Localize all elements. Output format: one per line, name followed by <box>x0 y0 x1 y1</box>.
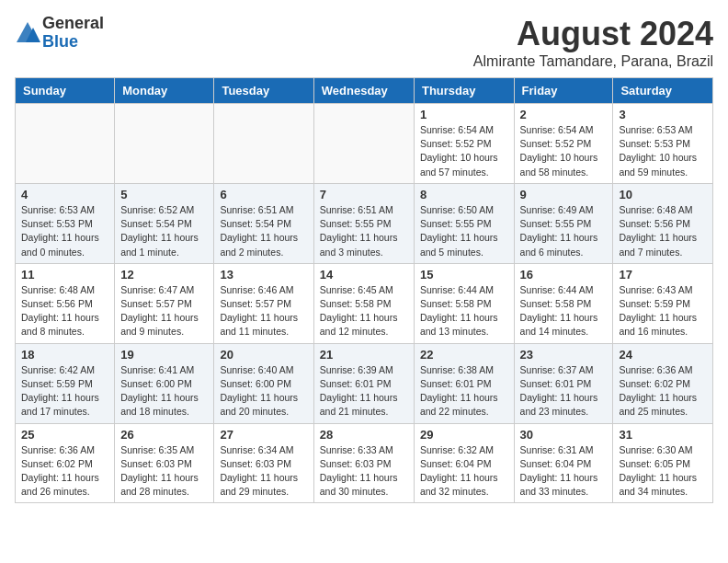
calendar-day <box>115 104 214 184</box>
calendar-day: 18Sunrise: 6:42 AMSunset: 5:59 PMDayligh… <box>16 343 115 423</box>
day-info: Sunrise: 6:46 AMSunset: 5:57 PMDaylight:… <box>220 283 307 339</box>
calendar-day <box>16 104 115 184</box>
calendar-day: 29Sunrise: 6:32 AMSunset: 6:04 PMDayligh… <box>414 423 514 503</box>
day-info: Sunrise: 6:47 AMSunset: 5:57 PMDaylight:… <box>120 283 208 339</box>
day-info: Sunrise: 6:36 AMSunset: 6:02 PMDaylight:… <box>21 443 108 500</box>
calendar-day: 8Sunrise: 6:50 AMSunset: 5:55 PMDaylight… <box>414 183 514 263</box>
day-number: 14 <box>320 268 408 282</box>
day-info: Sunrise: 6:51 AMSunset: 5:55 PMDaylight:… <box>320 203 408 259</box>
day-number: 6 <box>220 188 307 201</box>
calendar-day: 26Sunrise: 6:35 AMSunset: 6:03 PMDayligh… <box>115 423 214 503</box>
day-info: Sunrise: 6:37 AMSunset: 6:01 PMDaylight:… <box>520 363 608 419</box>
day-number: 23 <box>520 348 608 362</box>
day-info: Sunrise: 6:31 AMSunset: 6:04 PMDaylight:… <box>520 443 608 500</box>
day-header-thursday: Thursday <box>414 78 514 104</box>
day-info: Sunrise: 6:30 AMSunset: 6:05 PMDaylight:… <box>619 443 707 500</box>
day-number: 4 <box>21 188 108 201</box>
day-number: 27 <box>220 428 307 442</box>
day-number: 29 <box>420 428 508 442</box>
calendar-day: 23Sunrise: 6:37 AMSunset: 6:01 PMDayligh… <box>514 343 613 423</box>
day-info: Sunrise: 6:39 AMSunset: 6:01 PMDaylight:… <box>320 363 408 419</box>
calendar-header: SundayMondayTuesdayWednesdayThursdayFrid… <box>16 78 713 104</box>
day-info: Sunrise: 6:32 AMSunset: 6:04 PMDaylight:… <box>420 443 508 500</box>
day-number: 8 <box>420 188 508 201</box>
calendar-day: 14Sunrise: 6:45 AMSunset: 5:58 PMDayligh… <box>313 263 414 343</box>
logo: General Blue <box>15 15 104 52</box>
day-info: Sunrise: 6:51 AMSunset: 5:54 PMDaylight:… <box>220 203 307 259</box>
calendar-day: 21Sunrise: 6:39 AMSunset: 6:01 PMDayligh… <box>313 343 414 423</box>
calendar-day: 17Sunrise: 6:43 AMSunset: 5:59 PMDayligh… <box>613 263 713 343</box>
calendar-body: 1Sunrise: 6:54 AMSunset: 5:52 PMDaylight… <box>16 104 713 503</box>
day-header-wednesday: Wednesday <box>313 78 414 104</box>
day-info: Sunrise: 6:34 AMSunset: 6:03 PMDaylight:… <box>220 443 307 500</box>
day-info: Sunrise: 6:48 AMSunset: 5:56 PMDaylight:… <box>21 283 108 339</box>
day-number: 31 <box>619 428 707 442</box>
day-info: Sunrise: 6:38 AMSunset: 6:01 PMDaylight:… <box>420 363 508 419</box>
day-info: Sunrise: 6:54 AMSunset: 5:52 PMDaylight:… <box>520 123 608 179</box>
calendar-day: 13Sunrise: 6:46 AMSunset: 5:57 PMDayligh… <box>214 263 313 343</box>
logo-general-text: General <box>42 15 104 33</box>
day-number: 25 <box>21 428 108 442</box>
calendar-table: SundayMondayTuesdayWednesdayThursdayFrid… <box>15 77 713 503</box>
day-number: 26 <box>120 428 208 442</box>
day-info: Sunrise: 6:45 AMSunset: 5:58 PMDaylight:… <box>320 283 408 339</box>
day-info: Sunrise: 6:52 AMSunset: 5:54 PMDaylight:… <box>120 203 208 259</box>
day-number: 11 <box>21 268 108 282</box>
day-info: Sunrise: 6:53 AMSunset: 5:53 PMDaylight:… <box>619 123 707 179</box>
day-number: 16 <box>520 268 608 282</box>
day-info: Sunrise: 6:43 AMSunset: 5:59 PMDaylight:… <box>619 283 707 339</box>
calendar-day: 4Sunrise: 6:53 AMSunset: 5:53 PMDaylight… <box>16 183 115 263</box>
day-info: Sunrise: 6:48 AMSunset: 5:56 PMDaylight:… <box>619 203 707 259</box>
day-number: 20 <box>220 348 307 362</box>
day-number: 3 <box>619 108 707 121</box>
calendar-day: 5Sunrise: 6:52 AMSunset: 5:54 PMDaylight… <box>115 183 214 263</box>
page-header: General Blue August 2024 Almirante Taman… <box>15 15 713 70</box>
day-info: Sunrise: 6:41 AMSunset: 6:00 PMDaylight:… <box>120 363 208 419</box>
day-info: Sunrise: 6:50 AMSunset: 5:55 PMDaylight:… <box>420 203 508 259</box>
day-number: 17 <box>619 268 707 282</box>
day-info: Sunrise: 6:33 AMSunset: 6:03 PMDaylight:… <box>320 443 408 500</box>
calendar-day: 11Sunrise: 6:48 AMSunset: 5:56 PMDayligh… <box>16 263 115 343</box>
header-row: SundayMondayTuesdayWednesdayThursdayFrid… <box>16 78 713 104</box>
calendar-day: 16Sunrise: 6:44 AMSunset: 5:58 PMDayligh… <box>514 263 613 343</box>
calendar-day: 20Sunrise: 6:40 AMSunset: 6:00 PMDayligh… <box>214 343 313 423</box>
calendar-day: 7Sunrise: 6:51 AMSunset: 5:55 PMDaylight… <box>313 183 414 263</box>
logo-blue-text: Blue <box>42 33 104 52</box>
day-header-monday: Monday <box>115 78 214 104</box>
calendar-day: 9Sunrise: 6:49 AMSunset: 5:55 PMDaylight… <box>514 183 613 263</box>
day-number: 7 <box>320 188 408 201</box>
month-title: August 2024 <box>473 15 713 53</box>
calendar-day: 31Sunrise: 6:30 AMSunset: 6:05 PMDayligh… <box>613 423 713 503</box>
calendar-week-row: 18Sunrise: 6:42 AMSunset: 5:59 PMDayligh… <box>16 343 713 423</box>
calendar-week-row: 1Sunrise: 6:54 AMSunset: 5:52 PMDaylight… <box>16 104 713 184</box>
calendar-day: 27Sunrise: 6:34 AMSunset: 6:03 PMDayligh… <box>214 423 313 503</box>
day-info: Sunrise: 6:53 AMSunset: 5:53 PMDaylight:… <box>21 203 108 259</box>
calendar-day: 22Sunrise: 6:38 AMSunset: 6:01 PMDayligh… <box>414 343 514 423</box>
calendar-day: 25Sunrise: 6:36 AMSunset: 6:02 PMDayligh… <box>16 423 115 503</box>
day-number: 2 <box>520 108 608 121</box>
day-number: 13 <box>220 268 307 282</box>
day-number: 1 <box>420 108 508 121</box>
calendar-day: 1Sunrise: 6:54 AMSunset: 5:52 PMDaylight… <box>414 104 514 184</box>
logo-icon <box>15 20 40 46</box>
day-header-saturday: Saturday <box>613 78 713 104</box>
calendar-day: 10Sunrise: 6:48 AMSunset: 5:56 PMDayligh… <box>613 183 713 263</box>
day-header-tuesday: Tuesday <box>214 78 313 104</box>
day-info: Sunrise: 6:36 AMSunset: 6:02 PMDaylight:… <box>619 363 707 419</box>
calendar-day: 28Sunrise: 6:33 AMSunset: 6:03 PMDayligh… <box>313 423 414 503</box>
day-info: Sunrise: 6:40 AMSunset: 6:00 PMDaylight:… <box>220 363 307 419</box>
calendar-day <box>313 104 414 184</box>
calendar-day: 2Sunrise: 6:54 AMSunset: 5:52 PMDaylight… <box>514 104 613 184</box>
day-info: Sunrise: 6:54 AMSunset: 5:52 PMDaylight:… <box>420 123 508 179</box>
day-number: 22 <box>420 348 508 362</box>
location: Almirante Tamandare, Parana, Brazil <box>473 53 713 70</box>
title-area: August 2024 Almirante Tamandare, Parana,… <box>473 15 713 70</box>
day-number: 5 <box>120 188 208 201</box>
calendar-day <box>214 104 313 184</box>
day-info: Sunrise: 6:44 AMSunset: 5:58 PMDaylight:… <box>520 283 608 339</box>
day-header-sunday: Sunday <box>16 78 115 104</box>
calendar-day: 3Sunrise: 6:53 AMSunset: 5:53 PMDaylight… <box>613 104 713 184</box>
calendar-week-row: 4Sunrise: 6:53 AMSunset: 5:53 PMDaylight… <box>16 183 713 263</box>
calendar-day: 12Sunrise: 6:47 AMSunset: 5:57 PMDayligh… <box>115 263 214 343</box>
calendar-day: 30Sunrise: 6:31 AMSunset: 6:04 PMDayligh… <box>514 423 613 503</box>
